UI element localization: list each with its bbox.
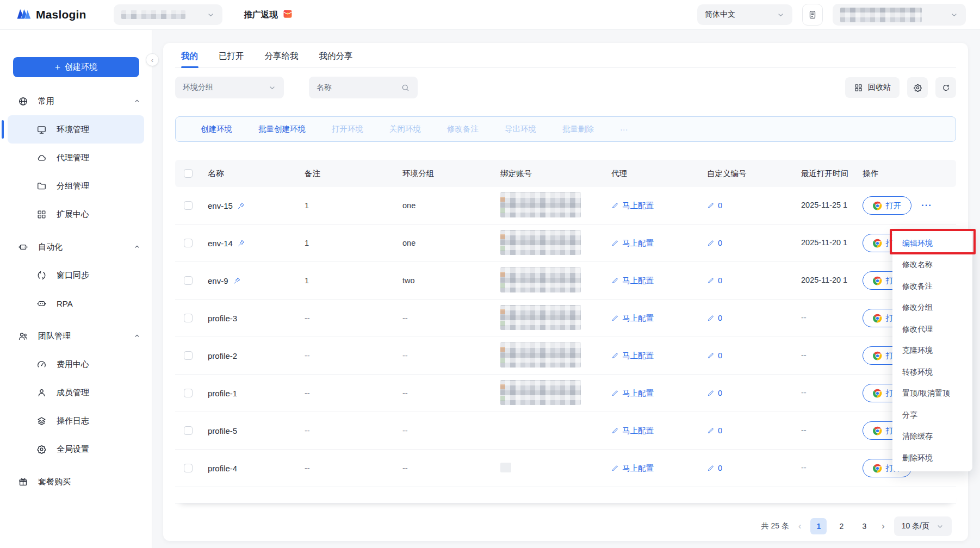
chevron-up-icon [133,243,141,251]
row-more-button[interactable]: ··· [921,200,932,211]
sidebar-group-automation[interactable]: 自动化 [0,233,152,261]
tab-my-shares[interactable]: 我的分享 [319,51,353,67]
select-all-checkbox[interactable] [184,169,193,178]
name-search-input[interactable]: 名称 [309,77,418,98]
sidebar-item-member-management[interactable]: 成员管理 [0,378,152,407]
edit-pencil-icon [707,314,715,322]
open-env-button[interactable]: 打开 [863,196,911,215]
workspace-dropdown[interactable] [114,4,222,25]
row-checkbox[interactable] [184,426,193,435]
custom-no-link[interactable]: 0 [698,389,793,397]
language-label: 简体中文 [705,10,735,20]
prev-page-button[interactable]: ‹ [797,521,802,531]
tab-opened[interactable]: 已打开 [219,51,244,67]
table-row-profile-4: profile-4----马上配置0--打开··· [175,450,956,487]
toolbar-create-env-button[interactable]: 创建环境 [201,124,232,134]
sidebar-group-team-management[interactable]: 团队管理 [0,322,152,350]
recycle-bin-button[interactable]: 回收站 [845,77,900,98]
row-checkbox[interactable] [184,276,193,285]
env-group-filter[interactable]: 环境分组 [175,77,284,98]
sidebar-item-extension-center[interactable]: 扩展中心 [0,200,152,228]
team-icon [17,331,28,341]
tab-shared-to-me[interactable]: 分享给我 [265,51,299,67]
sidebar-collapse-button[interactable]: ‹ [146,53,159,66]
toolbar-open-env-button[interactable]: 打开环境 [332,124,363,134]
sidebar-item-billing-center[interactable]: 费用中心 [0,350,152,378]
sidebar-group-plan-purchase[interactable]: 套餐购买 [0,468,152,496]
menu-item-share[interactable]: 分享 [892,404,972,426]
pagination: 共 25 条 ‹ 123 › 10 条/页 [761,516,952,536]
configure-proxy-link[interactable]: 马上配置 [600,276,698,286]
page-button-1[interactable]: 1 [810,518,827,534]
configure-proxy-link[interactable]: 马上配置 [600,351,698,361]
sidebar-item-window-sync[interactable]: 窗口同步 [0,261,152,289]
custom-no-value: 0 [718,351,722,360]
sidebar-item-global-settings[interactable]: 全局设置 [0,435,152,463]
menu-item-edit-proxy[interactable]: 修改代理 [892,319,972,340]
sidebar-group-common[interactable]: 常用 [0,87,152,115]
toolbar-edit-note-button[interactable]: 修改备注 [447,124,479,134]
create-env-button[interactable]: + 创建环境 [13,57,139,77]
last-open-cell: 2025-11-20 1 [793,238,857,248]
row-checkbox[interactable] [184,314,193,322]
robot-icon [36,298,47,309]
menu-item-clone-env[interactable]: 克隆环境 [892,340,972,362]
custom-no-link[interactable]: 0 [698,201,793,210]
configure-proxy-link[interactable]: 马上配置 [600,313,698,323]
sidebar-item-rpa[interactable]: RPA [0,289,152,317]
package-icon [17,476,28,487]
brand: Maslogin [16,7,86,22]
custom-no-link[interactable]: 0 [698,426,793,435]
docs-button[interactable] [802,4,823,26]
row-checkbox[interactable] [184,389,193,397]
edit-pencil-icon [707,427,715,434]
last-open-cell: -- [793,388,857,398]
custom-no-link[interactable]: 0 [698,314,793,322]
sidebar-item-label: 窗口同步 [57,270,89,281]
next-page-button[interactable]: › [880,521,885,531]
configure-proxy-link[interactable]: 马上配置 [600,388,698,398]
toolbar-close-env-button[interactable]: 关闭环境 [389,124,421,134]
custom-no-link[interactable]: 0 [698,464,793,472]
toolbar-export-env-button[interactable]: 导出环境 [505,124,536,134]
redacted-account [500,463,511,472]
toolbar-batch-create-env-button[interactable]: 批量创建环境 [258,124,306,134]
table-settings-button[interactable] [907,77,928,98]
row-checkbox[interactable] [184,351,193,360]
custom-no-link[interactable]: 0 [698,351,793,360]
menu-item-pin-toggle[interactable]: 置顶/取消置顶 [892,383,972,405]
sidebar-item-proxy-management[interactable]: 代理管理 [0,144,152,172]
sidebar-item-operation-logs[interactable]: 操作日志 [0,407,152,435]
row-checkbox[interactable] [184,201,193,210]
menu-item-transfer-env[interactable]: 转移环境 [892,362,972,383]
configure-proxy-link[interactable]: 马上配置 [600,426,698,436]
account-dropdown[interactable] [833,4,966,26]
sidebar-item-group-management[interactable]: 分组管理 [0,172,152,200]
menu-item-edit-note[interactable]: 修改备注 [892,276,972,297]
promo-link[interactable]: 推广返现 [244,9,293,21]
tab-mine[interactable]: 我的 [181,51,198,67]
menu-item-clear-cache[interactable]: 清除缓存 [892,426,972,448]
refresh-button[interactable] [935,77,956,98]
custom-no-link[interactable]: 0 [698,239,793,247]
configure-proxy-link[interactable]: 马上配置 [600,201,698,211]
configure-proxy-link[interactable]: 马上配置 [600,238,698,248]
table-row-env-9: env-91two马上配置02025-11-20 1打开··· [175,262,956,300]
page-button-3[interactable]: 3 [856,518,872,534]
menu-item-edit-env[interactable]: 编辑环境 [892,233,972,254]
row-select-cell [175,276,201,285]
configure-proxy-link[interactable]: 马上配置 [600,463,698,474]
edit-pencil-icon [611,239,619,247]
toolbar-more-button[interactable]: ··· [620,125,628,134]
custom-no-link[interactable]: 0 [698,276,793,285]
toolbar-batch-delete-button[interactable]: 批量删除 [562,124,594,134]
page-size-dropdown[interactable]: 10 条/页 [894,516,952,536]
row-checkbox[interactable] [184,239,193,247]
menu-item-delete-env[interactable]: 删除环境 [892,447,972,469]
menu-item-rename-env[interactable]: 修改名称 [892,254,972,276]
menu-item-edit-group[interactable]: 修改分组 [892,297,972,319]
sidebar-item-env-management[interactable]: 环境管理 [8,115,144,144]
row-checkbox[interactable] [184,464,193,472]
page-button-2[interactable]: 2 [833,518,849,534]
language-dropdown[interactable]: 简体中文 [697,4,792,25]
